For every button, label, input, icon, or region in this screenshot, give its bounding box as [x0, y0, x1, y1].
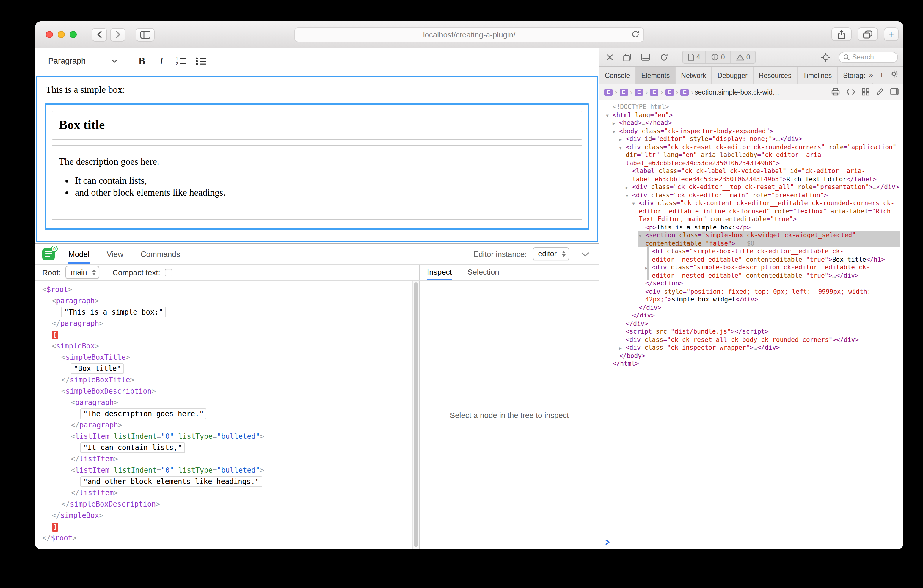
italic-button[interactable]: I: [152, 52, 171, 70]
print-styles-button[interactable]: [831, 88, 840, 97]
grid-overlay-button[interactable]: [862, 88, 869, 97]
disclosure-open-icon[interactable]: ▼: [639, 232, 641, 240]
show-source-button[interactable]: [846, 88, 855, 96]
model-tree-node[interactable]: </paragraph>: [71, 420, 412, 431]
model-tree-node[interactable]: <$root>: [42, 284, 412, 296]
editor-editable[interactable]: This is a simple box: Box title The desc…: [36, 76, 598, 242]
pane-tab-inspect[interactable]: Inspect: [427, 264, 452, 280]
zoom-window-button[interactable]: [70, 31, 77, 38]
console-warning-badge[interactable]: 0: [730, 51, 755, 63]
dom-tree-node[interactable]: <script src="dist/bundle.js"></script>: [626, 328, 900, 336]
dom-tree-node[interactable]: ▶<div id="editor" style="display: none;"…: [626, 135, 900, 143]
reload-button[interactable]: [632, 30, 639, 40]
model-tree-node[interactable]: </simpleBoxTitle>: [61, 374, 412, 386]
details-sidebar-toggle-button[interactable]: [890, 88, 898, 96]
model-tree-node[interactable]: [: [52, 329, 412, 341]
dom-tree-node[interactable]: </div>: [639, 304, 900, 312]
simple-box-title[interactable]: Box title: [52, 110, 582, 140]
element-breadcrumb-badge[interactable]: E: [604, 88, 613, 96]
dom-tree-node[interactable]: <p>This is a simple box:</p>: [645, 223, 900, 231]
dom-tree-node[interactable]: <!DOCTYPE html>: [613, 103, 900, 111]
close-window-button[interactable]: [46, 31, 53, 38]
devtools-tab-elements[interactable]: Elements: [636, 67, 676, 84]
dom-tree-node[interactable]: </section>: [645, 279, 900, 287]
edit-dom-button[interactable]: [876, 88, 884, 97]
dom-tree-node[interactable]: ▼<body class="ck-inspector-body-expanded…: [619, 127, 900, 135]
dom-tree-node[interactable]: ▼<section class="simple-box ck-widget ck…: [645, 231, 900, 247]
devtools-tab-resources[interactable]: Resources: [754, 67, 798, 84]
scrollbar-thumb[interactable]: [414, 283, 418, 547]
dom-tree-node[interactable]: ▶<head>…</head>: [619, 119, 900, 127]
bulleted-list-button[interactable]: [191, 52, 210, 70]
breadcrumb-current-node[interactable]: section.simple-box.ck-wid…: [695, 89, 779, 96]
model-tree-scrollbar[interactable]: [412, 281, 419, 549]
tab-view[interactable]: View: [106, 244, 124, 264]
compact-text-checkbox[interactable]: [165, 268, 173, 276]
disclosure-open-icon[interactable]: ▼: [613, 128, 615, 136]
editor-paragraph[interactable]: This is a simple box:: [38, 84, 596, 95]
numbered-list-button[interactable]: 1.2.: [171, 52, 191, 70]
model-tree-node[interactable]: <paragraph>: [71, 397, 412, 409]
model-tree-node[interactable]: <simpleBoxTitle>: [61, 352, 412, 363]
model-tree-node[interactable]: "This is a simple box:": [61, 307, 412, 318]
tab-model[interactable]: Model: [68, 244, 90, 264]
dom-tree-node[interactable]: ▶<div class="ck-inspector-wrapper">…</di…: [626, 344, 900, 351]
disclosure-closed-icon[interactable]: ▶: [613, 120, 615, 128]
add-tab-button[interactable]: +: [880, 71, 884, 79]
heading-dropdown[interactable]: Paragraph: [43, 54, 122, 68]
bold-button[interactable]: B: [132, 52, 152, 70]
model-tree-node[interactable]: "and other block elements like headings.…: [80, 476, 412, 488]
disclosure-closed-icon[interactable]: ▶: [626, 184, 628, 192]
devtools-tab-debugger[interactable]: Debugger: [712, 67, 754, 84]
new-tab-button[interactable]: +: [884, 27, 898, 41]
disclosure-open-icon[interactable]: ▼: [619, 144, 622, 152]
console-info-badge[interactable]: 0: [706, 51, 730, 63]
forward-button[interactable]: [110, 28, 125, 41]
devtools-tab-network[interactable]: Network: [676, 67, 712, 84]
reload-page-button[interactable]: [659, 52, 670, 62]
disclosure-open-icon[interactable]: ▼: [606, 112, 609, 120]
model-tree-node[interactable]: <listItem listIndent="0" listType="bulle…: [71, 431, 412, 442]
model-tree-node[interactable]: <simpleBox>: [52, 341, 412, 352]
model-tree-node[interactable]: </paragraph>: [52, 318, 412, 329]
model-tree-node[interactable]: <listItem listIndent="0" listType="bulle…: [71, 465, 412, 476]
dom-tree-node[interactable]: ▼<html lang="en">: [613, 111, 900, 119]
dom-tree-node[interactable]: </body>: [619, 351, 900, 360]
disclosure-closed-icon[interactable]: ▶: [619, 136, 622, 144]
element-count-badge[interactable]: 4: [683, 51, 706, 63]
dock-bottom-button[interactable]: [639, 52, 652, 62]
model-tree-node[interactable]: "The description goes here.": [80, 409, 412, 420]
dom-tree-node[interactable]: ▼<div class="ck ck-editor__main" role="p…: [632, 191, 900, 199]
element-breadcrumb-badge[interactable]: E: [650, 88, 659, 96]
model-tree-node[interactable]: </simpleBoxDescription>: [61, 499, 412, 510]
dom-tree-node[interactable]: <div style="position: fixed; top: 0px; l…: [645, 287, 900, 304]
dom-tree-node[interactable]: <div class="ck ck-reset_all ck-body ck-r…: [626, 336, 900, 344]
dom-tree-node[interactable]: </div>: [632, 312, 900, 320]
more-tabs-button[interactable]: »: [869, 71, 873, 79]
address-bar[interactable]: localhost/creating-a-plugin/: [294, 27, 644, 42]
editor-instance-select[interactable]: editor: [532, 247, 569, 260]
disclosure-open-icon[interactable]: ▼: [632, 200, 635, 208]
element-breadcrumb-badge[interactable]: E: [665, 88, 673, 96]
detach-inspector-button[interactable]: [621, 52, 633, 62]
dom-tree-node[interactable]: <h1 class="simple-box-title ck-editor__e…: [652, 247, 900, 263]
simple-box-description[interactable]: The description goes here. It can contai…: [52, 145, 582, 220]
element-breadcrumb-badge[interactable]: E: [635, 88, 643, 96]
element-breadcrumb-badge[interactable]: E: [681, 88, 689, 96]
model-tree-node[interactable]: <simpleBoxDescription>: [61, 386, 412, 397]
dom-tree-node[interactable]: </div>: [626, 320, 900, 328]
dom-tree-node[interactable]: </html>: [613, 360, 900, 368]
element-breadcrumb-badge[interactable]: E: [619, 88, 628, 96]
settings-gear-button[interactable]: [890, 70, 898, 80]
model-tree-node[interactable]: "Box title": [71, 363, 412, 374]
model-tree-node[interactable]: ]: [52, 521, 412, 533]
dom-tree-node[interactable]: ▶<div class="simple-box-description ck-e…: [652, 263, 900, 279]
model-tree-node[interactable]: </simpleBox>: [52, 510, 412, 521]
tab-overview-button[interactable]: [857, 27, 878, 41]
devtools-tab-timelines[interactable]: Timelines: [798, 67, 838, 84]
search-field[interactable]: Search: [839, 51, 898, 63]
dom-tree-node[interactable]: ▶<div class="ck ck-editor__top ck-reset_…: [632, 183, 900, 191]
model-tree-node[interactable]: </$root>: [42, 533, 412, 544]
model-tree-node[interactable]: </listItem>: [71, 488, 412, 499]
dom-tree-node[interactable]: ▼<div class="ck ck-content ck-editor__ed…: [639, 199, 900, 223]
